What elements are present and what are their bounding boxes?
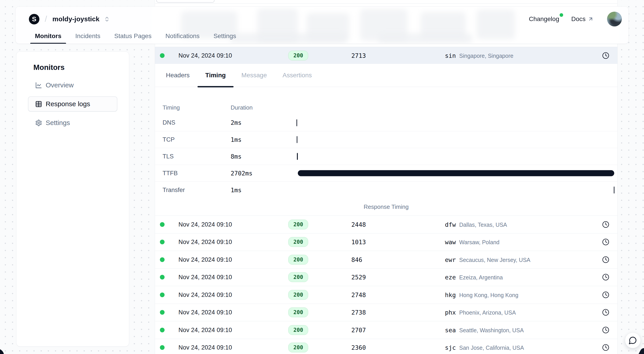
changelog-link[interactable]: Changelog	[529, 16, 559, 23]
status-code-badge: 200	[288, 237, 308, 247]
region-location: Dallas, Texas, USA	[459, 221, 507, 228]
region-code: ewr	[445, 256, 456, 263]
region-code: sjc	[445, 344, 456, 351]
clock-icon	[602, 221, 609, 228]
region-code: phx	[445, 309, 456, 316]
log-timestamp: Nov 24, 2024 09:10	[178, 256, 232, 263]
log-row-selected[interactable]: Nov 24, 2024 09:10 200 2713 sin Singapor…	[155, 47, 617, 64]
log-row[interactable]: Nov 24, 2024 09:10 200 2360 sjc San Jose…	[155, 339, 617, 354]
workspace-logo-icon[interactable]: S	[29, 14, 40, 25]
region-location: Singapore, Singapore	[459, 53, 514, 59]
timing-phase-duration: 2ms	[231, 119, 296, 126]
region-code: eze	[445, 274, 456, 281]
tab-headers[interactable]: Headers	[158, 64, 198, 87]
timing-caption: Response Timing	[155, 198, 617, 216]
timing-phase-label: Transfer	[162, 187, 231, 194]
log-latency: 2738	[351, 309, 366, 316]
log-latency: 846	[351, 256, 362, 263]
log-timestamp: Nov 24, 2024 09:10	[178, 309, 232, 316]
status-ok-dot	[160, 310, 164, 315]
sidebar-item-response-logs[interactable]: Response logs	[28, 96, 117, 112]
clock-icon	[602, 309, 609, 316]
tab-message: Message	[234, 64, 275, 87]
region-code: dfw	[445, 221, 456, 228]
region-location: Secaucus, New Jersey, USA	[459, 256, 530, 263]
log-region: waw Warsaw, Poland	[445, 239, 500, 246]
status-ok-dot	[160, 53, 164, 58]
log-row[interactable]: Nov 24, 2024 09:10 200 2529 eze Ezeiza, …	[155, 268, 617, 286]
nav-tab-settings[interactable]: Settings	[214, 28, 236, 44]
log-row[interactable]: Nov 24, 2024 09:10 200 2707 sea Seattle,…	[155, 321, 617, 339]
status-code-badge: 200	[288, 272, 308, 282]
sidebar-item-overview[interactable]: Overview	[28, 78, 117, 93]
log-latency: 2448	[351, 221, 366, 228]
log-timestamp: Nov 24, 2024 09:10	[178, 274, 232, 281]
workspace-name[interactable]: moldy-joystick	[52, 15, 100, 23]
docs-link[interactable]: Docs	[571, 16, 594, 23]
cutoff-widget-bottom-right	[635, 346, 644, 354]
status-code-badge: 200	[288, 342, 308, 352]
sidebar-title: Monitors	[33, 63, 129, 72]
timing-waterfall-track	[296, 114, 614, 131]
status-code-badge: 200	[288, 325, 308, 335]
timing-row: TTFB 2702ms	[155, 165, 617, 181]
log-rows-list: Nov 24, 2024 09:10 200 2448 dfw Dallas, …	[155, 216, 617, 354]
status-ok-dot	[160, 292, 164, 297]
status-code-badge: 200	[288, 255, 308, 265]
log-region: eze Ezeiza, Argentina	[445, 274, 503, 281]
timing-row: TCP 1ms	[155, 131, 617, 148]
status-ok-dot	[160, 240, 164, 244]
timing-waterfall-bar	[297, 153, 298, 160]
status-ok-dot	[160, 222, 164, 227]
sidebar-item-settings[interactable]: Settings	[28, 115, 117, 130]
row-divider	[155, 3, 617, 4]
clock-icon	[602, 344, 609, 351]
sidebar-nav: Overview Response logs Settings	[16, 78, 129, 130]
workspace-switcher-icon[interactable]	[104, 16, 110, 22]
region-location: Warsaw, Poland	[459, 239, 500, 246]
clock-icon	[602, 291, 609, 298]
status-code-badge: 200	[288, 51, 308, 61]
external-link-icon	[588, 16, 594, 22]
header-nav-tabs: Monitors Incidents Status Pages Notifica…	[16, 28, 628, 44]
chat-support-button[interactable]	[625, 332, 641, 348]
chat-bubble-icon	[628, 336, 637, 344]
log-row[interactable]: Nov 24, 2024 09:10 200 846 ewr Secaucus,…	[155, 251, 617, 268]
timing-row: Transfer 1ms	[155, 181, 617, 198]
duration-col-header: Duration	[231, 104, 252, 111]
log-region: sjc San Jose, California, USA	[445, 344, 524, 351]
cutoff-widget-bottom-left	[0, 349, 4, 354]
nav-tab-monitors[interactable]: Monitors	[35, 28, 61, 44]
changelog-new-dot	[560, 13, 563, 17]
log-row[interactable]: Nov 24, 2024 09:10 200 2448 dfw Dallas, …	[155, 216, 617, 233]
timing-table: DNS 2ms TCP 1ms	[155, 114, 617, 198]
log-row[interactable]: Nov 24, 2024 09:10 200 2738 phx Phoenix,…	[155, 303, 617, 321]
status-ok-dot	[160, 275, 164, 280]
nav-tab-incidents[interactable]: Incidents	[75, 28, 100, 44]
timing-col-header: Timing	[162, 104, 231, 111]
timing-waterfall-bar	[297, 136, 297, 143]
timing-phase-label: TCP	[162, 136, 231, 143]
region-location: Seattle, Washington, USA	[459, 327, 524, 333]
timing-row: TLS 8ms	[155, 148, 617, 165]
status-code-badge: 200	[288, 290, 308, 300]
tab-timing[interactable]: Timing	[198, 64, 234, 87]
timing-waterfall-bar	[296, 119, 297, 126]
log-region: hkg Hong Kong, Hong Kong	[445, 291, 518, 298]
nav-tab-status-pages[interactable]: Status Pages	[114, 28, 152, 44]
user-avatar[interactable]	[607, 12, 622, 27]
log-timestamp: Nov 24, 2024 09:10	[178, 344, 232, 351]
log-row[interactable]: Nov 24, 2024 09:10 200 2748 hkg Hong Kon…	[155, 286, 617, 303]
log-row[interactable]: Nov 24, 2024 09:10 200 1013 waw Warsaw, …	[155, 233, 617, 251]
region-location: Hong Kong, Hong Kong	[459, 292, 518, 298]
status-ok-dot	[160, 327, 164, 332]
region-location: Ezeiza, Argentina	[459, 274, 503, 281]
breadcrumb-separator: /	[45, 14, 47, 24]
nav-tab-notifications[interactable]: Notifications	[166, 28, 200, 44]
header-actions: Changelog Docs	[529, 12, 622, 27]
log-latency: 2529	[351, 274, 366, 281]
gear-icon	[35, 119, 42, 126]
log-timestamp: Nov 24, 2024 09:10	[178, 326, 232, 333]
clock-icon	[602, 326, 609, 334]
timing-phase-label: DNS	[162, 119, 231, 126]
